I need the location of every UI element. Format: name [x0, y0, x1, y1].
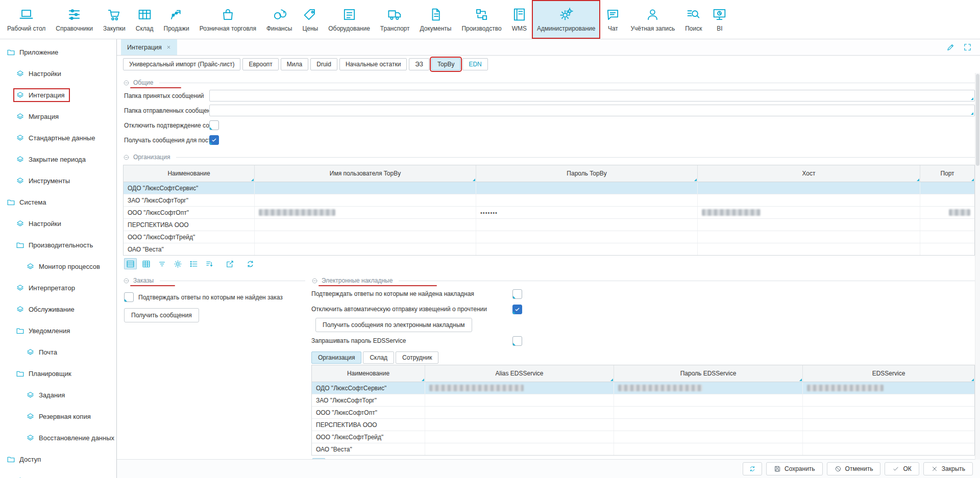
refresh-icon[interactable] — [244, 258, 257, 269]
checkbox[interactable] — [209, 135, 219, 145]
subtab[interactable]: EDN — [462, 58, 487, 70]
refresh-icon[interactable] — [432, 458, 445, 459]
sidebar-item[interactable]: Система — [0, 191, 116, 213]
checkbox[interactable] — [512, 336, 522, 346]
column-header[interactable]: EDSService — [803, 365, 974, 382]
mini-tab[interactable]: Организация — [311, 351, 361, 364]
table-row[interactable]: ОДО "ЛюксСофтСервис" — [312, 382, 974, 394]
subtab[interactable]: Евроопт — [242, 58, 278, 70]
table-view-icon[interactable] — [328, 458, 341, 459]
sidebar-item[interactable]: Стандартные данные — [0, 127, 116, 148]
sidebar-item[interactable]: Приложение — [0, 41, 116, 63]
table-row[interactable]: ООО "ЛюксСофтОпт" ••••••• — [124, 207, 974, 219]
row-select-icon[interactable] — [312, 458, 325, 459]
checkbox[interactable] — [209, 120, 219, 130]
topbar-item[interactable]: Администрирование — [532, 0, 600, 39]
topbar-item[interactable]: Оборудование — [323, 0, 375, 39]
table-row[interactable]: ОДО "ЛюксСофтСервис" — [124, 182, 974, 194]
sidebar-item[interactable]: Настройки — [0, 213, 116, 234]
sort-icon[interactable] — [203, 258, 216, 269]
topbar-item[interactable]: Транспорт — [375, 0, 415, 39]
topbar-item[interactable]: Закупки — [98, 0, 131, 39]
fullscreen-icon[interactable] — [963, 43, 972, 52]
column-header[interactable]: Наименование — [124, 165, 255, 182]
topbar-item[interactable]: Продажи — [159, 0, 194, 39]
sidebar-item[interactable]: Монитор процессов — [0, 256, 116, 277]
export-icon[interactable] — [224, 258, 236, 269]
edit-pencil-icon[interactable] — [946, 43, 955, 52]
collapse-icon[interactable] — [311, 278, 318, 284]
sidebar-item[interactable]: Почта — [0, 341, 116, 363]
sidebar-item[interactable]: Доступ — [0, 448, 116, 470]
table-row[interactable]: ОАО "Веста" — [124, 243, 974, 255]
column-header[interactable]: Имя пользователя TopBy — [255, 165, 476, 182]
sidebar-item[interactable]: Обслуживание — [0, 298, 116, 320]
sidebar-item[interactable]: Интеграция — [0, 84, 116, 106]
topbar-item[interactable]: Учётная запись — [625, 0, 680, 39]
sort-icon[interactable] — [391, 458, 404, 459]
sidebar-item[interactable]: Производительность — [0, 234, 116, 256]
topbar-item[interactable]: Цены — [297, 0, 323, 39]
subtab[interactable]: Мила — [281, 58, 308, 70]
topbar-item[interactable]: Чат — [600, 0, 625, 39]
sidebar-item[interactable]: Инструменты — [0, 170, 116, 191]
table-row[interactable]: ООО "ЛюксСофтОпт" — [312, 407, 974, 419]
row-select-icon[interactable] — [124, 258, 137, 269]
subtab[interactable]: Универсальный импорт (Прайс-лист) — [123, 58, 240, 70]
table-row[interactable]: ПЕРСПЕКТИВА ООО — [124, 219, 974, 231]
settings-gear-icon[interactable] — [360, 458, 373, 459]
collapse-icon[interactable] — [123, 80, 130, 86]
settings-gear-icon[interactable] — [172, 258, 184, 269]
column-header[interactable]: Порт — [920, 165, 974, 182]
topbar-item[interactable]: WMS — [507, 0, 532, 39]
export-icon[interactable] — [412, 458, 425, 459]
checkbox[interactable] — [512, 289, 522, 299]
subtab[interactable]: Начальные остатки — [339, 58, 407, 70]
sidebar-item[interactable]: Планировщик — [0, 363, 116, 384]
filter-icon[interactable] — [344, 458, 357, 459]
topbar-item[interactable]: Рабочий стол — [2, 0, 51, 39]
sidebar-item[interactable]: Восстановление данных — [0, 427, 116, 448]
ok-button[interactable]: ОК — [885, 462, 919, 475]
column-list-icon[interactable] — [376, 458, 388, 459]
sidebar-item[interactable]: Миграция — [0, 106, 116, 127]
filter-icon[interactable] — [156, 258, 168, 269]
sidebar-item[interactable]: Закрытие периода — [0, 148, 116, 170]
mini-tab[interactable]: Сотрудник — [396, 351, 438, 364]
table-row[interactable]: ООО "ЛюксСофтТрейд" — [124, 231, 974, 243]
refresh-button[interactable] — [743, 462, 762, 475]
save-button[interactable]: Сохранить — [766, 462, 823, 475]
topbar-item[interactable]: Справочники — [51, 0, 98, 39]
topbar-item[interactable]: Финансы — [261, 0, 297, 39]
table-view-icon[interactable] — [140, 258, 153, 269]
table-row[interactable]: ОАО "Веста" — [312, 443, 974, 455]
cancel-button[interactable]: Отменить — [827, 462, 881, 475]
get-messages-button[interactable]: Получить сообщения — [124, 308, 199, 322]
get-waybill-messages-button[interactable]: Получить сообщения по электронным наклад… — [315, 318, 472, 332]
checkbox[interactable] — [124, 292, 134, 302]
topbar-item[interactable]: Производство — [456, 0, 506, 39]
sidebar-item[interactable]: Задания — [0, 384, 116, 406]
column-header[interactable]: Пароль TopBy — [476, 165, 698, 182]
column-header[interactable]: Наименование — [312, 365, 425, 382]
tab-integration[interactable]: Интеграция — [121, 39, 177, 55]
vertical-scrollbar[interactable] — [975, 73, 980, 460]
close-button[interactable]: Закрыть — [923, 462, 973, 475]
table-row[interactable]: ПЕРСПЕКТИВА ООО — [312, 419, 974, 431]
topbar-item[interactable]: Поиск — [680, 0, 707, 39]
tab-close-icon[interactable] — [166, 45, 171, 49]
text-input[interactable] — [209, 105, 975, 116]
column-header[interactable]: Хост — [698, 165, 920, 182]
sidebar-item[interactable]: Пользователи — [0, 470, 116, 478]
collapse-icon[interactable] — [123, 154, 130, 161]
collapse-icon[interactable] — [123, 278, 130, 284]
column-header[interactable]: Пароль EDSService — [614, 365, 803, 382]
sidebar-item[interactable]: Резервная копия — [0, 406, 116, 427]
subtab[interactable]: TopBy — [431, 58, 460, 70]
table-row[interactable]: ООО "ЛюксСофтТрейд" — [312, 431, 974, 443]
sidebar-item[interactable]: Настройки — [0, 63, 116, 84]
subtab[interactable]: ЭЗ — [409, 58, 429, 70]
topbar-item[interactable]: Документы — [415, 0, 457, 39]
topbar-item[interactable]: BI — [707, 0, 732, 39]
checkbox[interactable] — [512, 305, 522, 314]
